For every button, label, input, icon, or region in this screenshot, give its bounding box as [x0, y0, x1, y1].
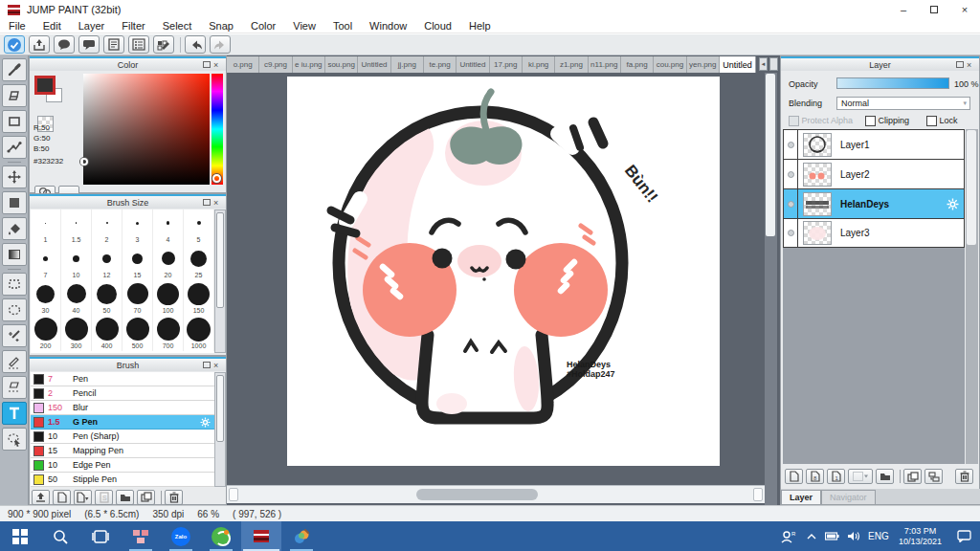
menu-filter[interactable]: Filter — [113, 19, 153, 33]
redo-button[interactable] — [210, 35, 231, 54]
start-button[interactable] — [0, 521, 40, 551]
doc-tab[interactable]: yen.png — [687, 56, 720, 73]
select-eraser-tool[interactable] — [2, 376, 27, 399]
menu-view[interactable]: View — [284, 19, 324, 33]
layer-settings-gear-icon[interactable] — [947, 198, 959, 210]
doc-tab[interactable]: 17.png — [490, 56, 523, 73]
brush-size-option[interactable]: 7 — [31, 245, 61, 280]
brush-row[interactable]: 150Blur — [31, 401, 214, 415]
brush-tool[interactable] — [2, 58, 27, 81]
brush-size-option[interactable]: 70 — [122, 280, 153, 316]
scroll-left-cap[interactable] — [229, 488, 238, 501]
brush-size-option[interactable]: 40 — [61, 280, 92, 316]
brush-upload-button[interactable] — [32, 490, 50, 505]
layer-folder-button[interactable] — [876, 469, 894, 484]
doc-tab[interactable]: jj.png — [391, 56, 424, 73]
doc-tab[interactable]: o.png — [227, 56, 259, 73]
lock-checkbox[interactable]: Lock — [926, 116, 958, 126]
layer-row[interactable]: Layer1 — [783, 129, 965, 159]
layer-visibility-toggle[interactable] — [784, 219, 798, 247]
menu-window[interactable]: Window — [361, 19, 415, 33]
tab-navigator[interactable]: Navigator — [821, 490, 876, 504]
protect-alpha-checkbox[interactable]: Protect Alpha — [789, 116, 853, 126]
brush-row[interactable]: 10Edge Pen — [31, 458, 214, 473]
layer-row[interactable]: Layer3 — [783, 218, 965, 248]
task-view-button[interactable] — [80, 521, 121, 551]
popout-icon[interactable] — [203, 199, 211, 206]
doc-tab[interactable]: Untitled — [358, 56, 390, 73]
brush-size-option[interactable]: 500 — [122, 316, 153, 351]
brush-size-option[interactable]: 12 — [92, 245, 122, 280]
menu-layer[interactable]: Layer — [70, 19, 114, 33]
brush-settings-gear-icon[interactable] — [200, 417, 211, 428]
taskbar-app-zalo[interactable]: Zalo — [161, 521, 201, 551]
brush-size-option[interactable]: 200 — [31, 316, 61, 351]
taskbar-app-medibang[interactable] — [281, 521, 322, 551]
close-icon[interactable]: × — [213, 199, 222, 207]
message-button[interactable] — [78, 35, 100, 54]
shape-select-tool[interactable] — [2, 428, 27, 451]
duplicate-layer-button[interactable] — [903, 469, 922, 484]
doc-tab[interactable]: ki.png — [523, 56, 555, 73]
magic-wand-tool[interactable] — [2, 324, 27, 347]
doc-tab[interactable]: Untitled — [457, 56, 489, 73]
merge-layer-button[interactable] — [924, 469, 943, 484]
scroll-thumb[interactable] — [416, 489, 538, 500]
brush-size-option[interactable]: 4 — [153, 209, 184, 245]
brush-size-option[interactable]: 1.5 — [61, 209, 92, 245]
brush-row[interactable]: 15Mapping Pen — [31, 444, 214, 458]
brush-size-option[interactable]: 10 — [61, 245, 92, 280]
power-status-button[interactable] — [822, 521, 843, 551]
document-button[interactable] — [103, 35, 124, 54]
brush-size-option[interactable]: 2 — [92, 209, 122, 245]
opacity-slider[interactable] — [836, 77, 949, 89]
brush-size-option[interactable]: 20 — [153, 245, 184, 280]
layer-scrollbar[interactable] — [966, 129, 978, 464]
brush-size-option[interactable]: 400 — [92, 316, 122, 351]
foreground-color-swatch[interactable] — [34, 76, 56, 95]
doc-tab[interactable]: n11.png — [589, 56, 621, 73]
cloud-save-button[interactable] — [4, 35, 25, 54]
brush-size-scrollbar[interactable] — [214, 209, 226, 353]
doc-tab[interactable]: e iu.png — [293, 56, 325, 73]
brush-size-option[interactable]: 700 — [153, 316, 184, 351]
brush-duplicate-button[interactable] — [137, 490, 155, 505]
popout-icon[interactable] — [203, 362, 211, 368]
popout-icon[interactable] — [956, 61, 964, 68]
clipping-checkbox[interactable]: Clipping — [865, 116, 909, 126]
brush-new-button[interactable] — [53, 490, 71, 505]
material-grid-button[interactable] — [153, 35, 174, 54]
rect-select-tool[interactable] — [2, 273, 27, 296]
brush-size-option[interactable]: 300 — [61, 316, 92, 351]
menu-edit[interactable]: Edit — [34, 19, 70, 33]
comment-button[interactable] — [54, 35, 75, 54]
brush-new-dropdown-button[interactable] — [74, 490, 92, 505]
brush-row[interactable]: 50Stipple Pen — [31, 473, 214, 487]
taskbar-search-button[interactable] — [40, 521, 80, 551]
restore-button[interactable] — [919, 0, 949, 19]
text-tool[interactable] — [2, 402, 27, 425]
share-button[interactable] — [29, 35, 50, 54]
tab-scroll-left-button[interactable]: ◄ — [759, 57, 768, 71]
doc-tab[interactable]: c9.png — [259, 56, 292, 73]
minimize-button[interactable]: – — [888, 0, 919, 19]
brush-size-option[interactable]: 150 — [184, 280, 214, 316]
brush-size-option[interactable]: 1000 — [184, 316, 214, 351]
brush-size-option[interactable]: 25 — [184, 245, 214, 280]
close-button[interactable]: × — [949, 0, 980, 19]
doc-tab[interactable]: sou.png — [325, 56, 358, 73]
doc-tab-active[interactable]: Untitled — [720, 56, 756, 73]
polyline-tool[interactable] — [2, 136, 27, 159]
brush-size-option[interactable]: 3 — [122, 209, 153, 245]
saturation-value-picker[interactable] — [83, 74, 210, 185]
volume-button[interactable] — [843, 521, 864, 551]
menu-color[interactable]: Color — [242, 19, 284, 33]
taskbar-app-green[interactable] — [201, 521, 241, 551]
menu-snap[interactable]: Snap — [200, 19, 242, 33]
delete-layer-button[interactable] — [955, 469, 973, 484]
taskbar-app-jump-paint[interactable] — [241, 521, 281, 551]
layer-visibility-toggle[interactable] — [784, 189, 798, 218]
doc-tab[interactable]: fa.png — [621, 56, 654, 73]
brush-size-option[interactable]: 50 — [92, 280, 122, 316]
brush-size-option[interactable]: 1 — [31, 209, 61, 245]
